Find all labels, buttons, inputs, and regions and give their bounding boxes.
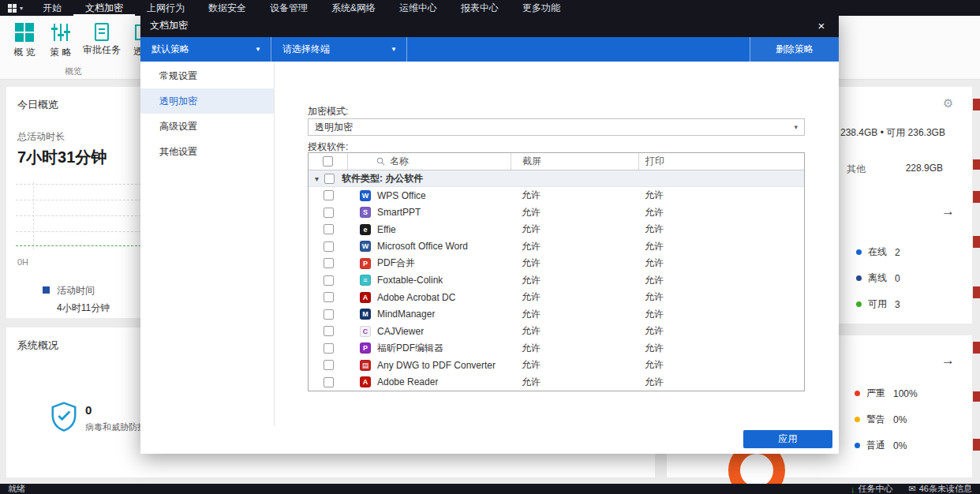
screenshot-permission: 允许: [511, 274, 638, 287]
print-permission: 允许: [638, 223, 804, 236]
software-row[interactable]: W Microsoft Office Word 允许 允许: [309, 238, 804, 256]
app-menu-button[interactable]: ▾: [0, 0, 31, 16]
dialog-nav: 常规设置 透明加密 高级设置 其他设置: [140, 62, 275, 426]
row-checkbox[interactable]: [324, 241, 334, 252]
dialog-nav-item[interactable]: 其他设置: [140, 139, 274, 164]
software-row[interactable]: W WPS Office 允许 允许: [309, 187, 804, 204]
menubar-item[interactable]: 报表中心: [449, 0, 511, 16]
software-group-row[interactable]: ▾ 软件类型: 办公软件: [309, 170, 804, 187]
status-dot-icon: [856, 275, 862, 281]
row-checkbox-cell: [309, 275, 348, 286]
row-checkbox[interactable]: [324, 190, 334, 200]
edge-marker: [973, 342, 980, 354]
column-print: 打印: [638, 153, 804, 170]
row-name-cell: W WPS Office: [348, 190, 511, 201]
row-checkbox[interactable]: [324, 360, 334, 370]
group-checkbox[interactable]: [324, 174, 335, 184]
gear-icon[interactable]: ⚙: [943, 96, 953, 110]
row-checkbox[interactable]: [324, 258, 334, 268]
terminal-dropdown-value: 请选择终端: [282, 43, 330, 56]
task-center-button[interactable]: ↓ 任务中心: [851, 483, 893, 494]
status-item: 可用 3: [856, 291, 900, 317]
legend-label: 活动时间: [57, 284, 110, 298]
software-row[interactable]: e Effie 允许 允许: [309, 221, 804, 238]
ribbon-button[interactable]: 审批任务: [79, 21, 125, 61]
software-row[interactable]: P PDF合并 允许 允许: [309, 255, 804, 272]
software-name: Effie: [377, 224, 396, 235]
arrow-right-icon[interactable]: →: [941, 353, 955, 369]
row-checkbox[interactable]: [324, 377, 334, 387]
chevron-down-icon: ▾: [315, 174, 319, 183]
dialog-toolbar: 默认策略 ▼ 请选择终端 ▼ 删除策略: [140, 37, 839, 62]
menubar-item[interactable]: 开始: [31, 0, 73, 16]
menubar-item[interactable]: 系统&网络: [320, 0, 387, 16]
edge-marker: [973, 99, 980, 110]
print-permission: 允许: [638, 206, 804, 219]
screen: ▾ 开始 文档加密 上网行为 数据安全 设备管理 系统&网络 运维中心 报表中心…: [0, 0, 980, 494]
chevron-down-icon: ▾: [20, 5, 23, 12]
print-permission: 允许: [638, 342, 804, 355]
unread-messages-button[interactable]: ✉ 46条未读信息: [909, 483, 972, 494]
row-name-cell: P PDF合并: [348, 256, 511, 270]
software-row[interactable]: C CAJViewer 允许 允许: [309, 323, 804, 340]
software-row[interactable]: S SmartPPT 允许 允许: [309, 204, 804, 222]
arrow-right-icon[interactable]: →: [941, 204, 955, 219]
ribbon-button[interactable]: 策 略: [43, 21, 79, 61]
status-label: 普通: [866, 439, 885, 452]
terminal-dropdown[interactable]: 请选择终端 ▼: [271, 37, 407, 62]
menubar-item[interactable]: 数据安全: [196, 0, 258, 16]
status-value: 0: [895, 273, 900, 284]
row-checkbox[interactable]: [324, 343, 334, 354]
software-name: Adobe Acrobat DC: [377, 292, 455, 303]
menubar: ▾ 开始 文档加密 上网行为 数据安全 设备管理 系统&网络 运维中心 报表中心…: [0, 0, 980, 16]
close-icon[interactable]: ×: [804, 14, 839, 37]
policy-dropdown[interactable]: 默认策略 ▼: [140, 37, 271, 62]
app-icon: e: [360, 224, 371, 235]
status-item: 在线 2: [856, 239, 900, 265]
row-name-cell: C CAJViewer: [348, 326, 511, 337]
select-all-checkbox[interactable]: [323, 156, 333, 167]
menubar-item[interactable]: 文档加密: [73, 0, 135, 16]
row-checkbox[interactable]: [324, 224, 334, 234]
app-icon: M: [360, 309, 371, 320]
delete-policy-button[interactable]: 删除策略: [750, 37, 839, 62]
menubar-item[interactable]: 更多功能: [511, 0, 572, 16]
row-name-cell: W Microsoft Office Word: [348, 241, 511, 252]
row-checkbox[interactable]: [324, 309, 334, 320]
app-icon: ▤: [360, 360, 371, 371]
app-icon: P: [360, 258, 371, 269]
dialog-nav-item[interactable]: 高级设置: [140, 114, 274, 139]
menubar-item[interactable]: 上网行为: [135, 0, 196, 16]
status-value: 0%: [893, 440, 907, 451]
dialog-titlebar[interactable]: 文档加密 ×: [140, 14, 839, 37]
software-row[interactable]: ≡ Foxtable-Colink 允许 允许: [309, 272, 804, 290]
mail-icon: ✉: [909, 484, 916, 494]
menubar-item[interactable]: 运维中心: [387, 0, 449, 16]
row-name-cell: ≡ Foxtable-Colink: [348, 275, 511, 286]
dialog-nav-item[interactable]: 透明加密: [140, 88, 274, 114]
screenshot-permission: 允许: [511, 376, 638, 389]
table-header: 名称 截屏 打印: [309, 153, 804, 170]
print-permission: 允许: [638, 324, 804, 338]
screenshot-permission: 允许: [511, 256, 638, 270]
print-permission: 允许: [638, 376, 804, 389]
row-checkbox[interactable]: [324, 292, 334, 302]
row-name-cell: M MindManager: [348, 309, 511, 320]
apply-button[interactable]: 应用: [743, 430, 832, 448]
software-row[interactable]: P 福昕PDF编辑器 允许 允许: [309, 340, 804, 357]
software-row[interactable]: A Adobe Acrobat DC 允许 允许: [309, 289, 804, 306]
software-row[interactable]: M MindManager 允许 允许: [309, 306, 804, 324]
ribbon-button[interactable]: 概 览: [6, 21, 43, 61]
row-checkbox[interactable]: [324, 275, 334, 286]
software-name: MindManager: [377, 309, 435, 320]
software-row[interactable]: A Adobe Reader 允许 允许: [309, 374, 804, 391]
status-item: 严重 100%: [855, 380, 918, 406]
menubar-item[interactable]: 设备管理: [258, 0, 320, 16]
row-checkbox[interactable]: [324, 326, 334, 336]
edge-marker: [973, 439, 980, 451]
encryption-mode-select[interactable]: 透明加密 ▾: [308, 118, 805, 136]
row-checkbox-cell: [309, 377, 348, 387]
row-checkbox[interactable]: [324, 208, 334, 218]
dialog-nav-item[interactable]: 常规设置: [140, 63, 274, 88]
software-row[interactable]: ▤ Any DWG to PDF Converter 允许 允许: [309, 357, 804, 374]
